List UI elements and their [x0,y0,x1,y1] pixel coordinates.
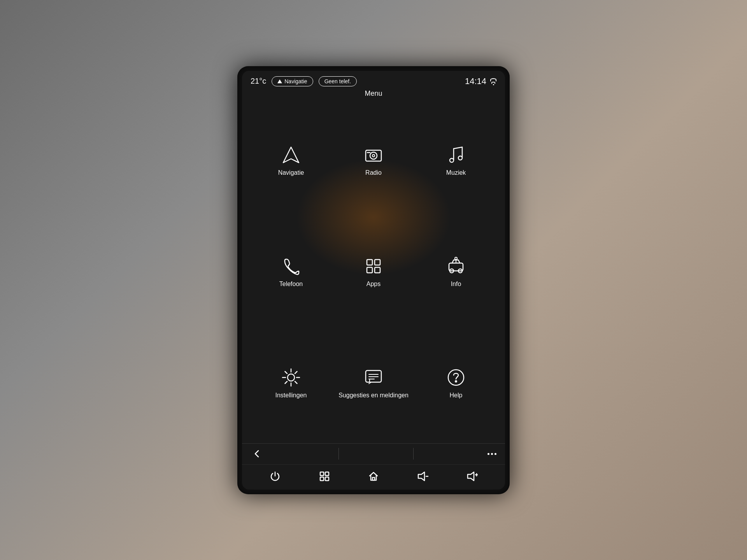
menu-item-help[interactable]: Help [415,328,497,439]
apps-label: Apps [366,280,381,288]
info-label: Info [451,280,461,288]
volume-down-button[interactable] [414,468,431,485]
svg-point-19 [288,374,295,381]
svg-marker-33 [468,472,474,481]
power-button[interactable] [267,468,284,485]
svg-line-5 [454,147,462,149]
svg-point-2 [370,152,377,159]
hard-buttons-bar [242,464,505,490]
radio-label: Radio [365,169,382,177]
svg-marker-0 [283,147,299,163]
svg-marker-31 [418,472,424,481]
divider-2 [413,448,414,460]
car-surround: 21°c Navigatie Geen telef. 14:14 [0,0,747,560]
clock: 14:14 [465,76,486,86]
radio-icon [363,145,384,165]
info-icon [446,256,466,276]
menu-item-suggesties[interactable]: Suggesties en meldingen [332,328,415,439]
svg-rect-10 [367,260,372,265]
svg-rect-13 [375,267,380,273]
status-right: 14:14 [465,76,496,86]
svg-rect-27 [325,472,329,476]
svg-point-17 [455,257,457,260]
phone-icon [281,256,301,276]
wifi-icon [490,78,496,85]
phone-button-label: Geen telef. [324,78,351,84]
wifi-arc-small [491,82,495,84]
help-icon [446,367,466,388]
divider-1 [338,448,339,460]
menu-item-muziek[interactable]: Muziek [415,105,497,217]
screen: 21°c Navigatie Geen telef. 14:14 [242,71,505,490]
help-label: Help [450,391,463,400]
music-icon [446,145,466,165]
navigation-button[interactable]: Navigatie [272,76,313,86]
dot-2 [491,453,493,455]
suggesties-label: Suggesties en meldingen [338,391,409,400]
svg-rect-30 [372,477,375,480]
menu-item-radio[interactable]: Radio [332,105,415,217]
grid-button[interactable] [316,468,333,485]
svg-point-3 [372,154,375,157]
wifi-arc-large [490,78,496,81]
nav-triangle-icon [277,79,282,83]
more-options-button[interactable] [487,453,496,455]
navigation-button-label: Navigatie [284,78,307,84]
dot-3 [494,453,496,455]
screen-bezel: 21°c Navigatie Geen telef. 14:14 [237,66,510,494]
suggestions-icon [363,367,384,388]
menu-item-navigatie[interactable]: Navigatie [250,105,332,217]
svg-rect-11 [375,260,380,265]
dot-1 [487,453,489,455]
status-bar: 21°c Navigatie Geen telef. 14:14 [242,71,505,90]
bottom-bar [242,443,505,464]
settings-icon [281,367,301,388]
status-left: 21°c Navigatie Geen telef. [251,76,357,86]
svg-point-25 [455,381,457,382]
home-button[interactable] [365,468,382,485]
svg-rect-29 [325,477,329,481]
menu-item-telefoon[interactable]: Telefoon [250,217,332,328]
svg-rect-12 [367,267,372,273]
menu-title: Menu [242,90,505,102]
svg-rect-14 [449,263,463,271]
wifi-dot [493,84,494,85]
svg-point-8 [450,158,454,162]
instellingen-label: Instellingen [275,391,307,400]
telefoon-label: Telefoon [279,280,303,288]
svg-point-9 [458,156,462,160]
phone-button[interactable]: Geen telef. [319,76,357,86]
menu-item-apps[interactable]: Apps [332,217,415,328]
back-button[interactable] [251,447,265,461]
svg-point-24 [448,370,464,385]
apps-icon [363,256,384,276]
volume-up-button[interactable] [463,468,480,485]
navigation-icon [281,145,301,165]
svg-rect-28 [320,477,324,481]
menu-item-instellingen[interactable]: Instellingen [250,328,332,439]
menu-grid: Navigatie Rad [242,102,505,443]
svg-rect-26 [320,472,324,476]
navigatie-label: Navigatie [278,169,304,177]
menu-item-info[interactable]: Info [415,217,497,328]
muziek-label: Muziek [446,169,466,177]
temperature: 21°c [251,77,266,86]
